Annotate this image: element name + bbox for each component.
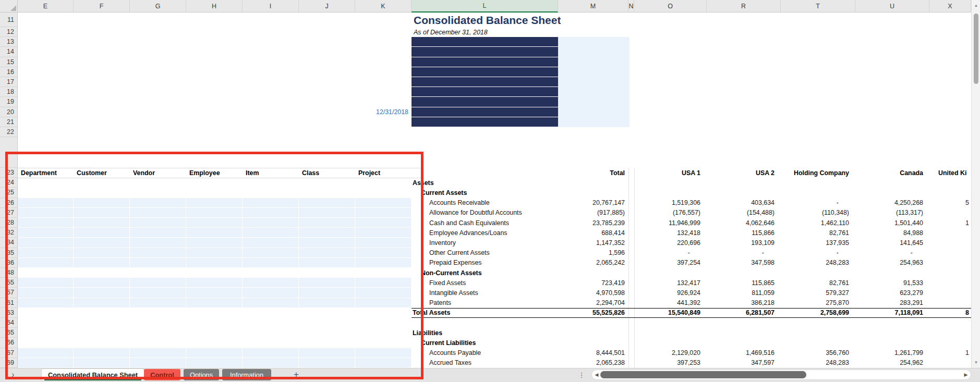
grid-cell[interactable] (186, 278, 242, 287)
row-header-66[interactable]: 66 (0, 338, 17, 348)
report-cell[interactable]: 220,696 (634, 238, 704, 248)
vertical-scrollbar[interactable]: ▲ ▼ (971, 0, 980, 368)
row-header-12[interactable]: 12 (0, 27, 17, 37)
column-header-L[interactable]: L (412, 0, 558, 13)
grid-cell[interactable] (243, 278, 298, 287)
report-cell[interactable]: 132,417 (634, 278, 704, 288)
filter-row-relative-time[interactable] (412, 117, 558, 127)
report-row-label[interactable]: Liabilities (413, 328, 558, 338)
grid-cell[interactable] (130, 198, 186, 207)
select-all-corner[interactable] (0, 0, 18, 13)
left-table-header-department[interactable]: Department (21, 168, 72, 178)
report-cell[interactable]: 1,147,352 (558, 238, 628, 248)
grid-cell[interactable] (355, 348, 411, 358)
grid-cell[interactable] (299, 298, 355, 307)
add-sheet-button[interactable]: + (290, 369, 303, 380)
report-cell[interactable]: - (781, 198, 853, 208)
row-header-48[interactable]: 48 (0, 268, 17, 278)
grid-cell[interactable] (243, 248, 298, 257)
report-cell[interactable]: 115,865 (707, 278, 778, 288)
grid-cell[interactable] (74, 298, 129, 307)
report-cell[interactable]: 1,519,306 (634, 198, 704, 208)
report-cell[interactable]: 579,327 (781, 288, 853, 298)
column-header-G[interactable]: G (130, 0, 186, 13)
column-header-I[interactable]: I (243, 0, 299, 13)
grid-cell[interactable] (299, 218, 355, 227)
report-cell[interactable]: 6,281,507 (707, 308, 778, 318)
scroll-up-icon[interactable]: ▲ (973, 2, 979, 9)
filter-row-project[interactable] (412, 97, 558, 107)
report-cell[interactable]: 193,109 (707, 238, 778, 248)
left-table-header-class[interactable]: Class (302, 168, 354, 178)
report-cell[interactable]: 2,065,238 (558, 358, 628, 368)
grid-cell[interactable] (186, 208, 242, 217)
report-cell[interactable]: 15,540,849 (634, 308, 704, 318)
report-cell[interactable]: (110,348) (781, 208, 853, 218)
report-subtitle-cell[interactable]: As of December 31, 2018 (414, 29, 488, 36)
report-cell[interactable]: (113,317) (855, 208, 927, 218)
column-header-M[interactable]: M (558, 0, 628, 13)
grid-cell[interactable] (74, 358, 129, 367)
left-date-cell[interactable]: 12/31/2018 (355, 107, 410, 117)
report-cell[interactable]: 356,760 (781, 348, 853, 358)
report-cell[interactable]: 688,414 (558, 228, 628, 238)
report-cell[interactable]: 137,935 (781, 238, 853, 248)
grid-cell[interactable] (355, 278, 411, 287)
report-cell[interactable]: 248,283 (781, 258, 853, 268)
grid-cell[interactable] (186, 298, 242, 307)
row-header-18[interactable]: 18 (0, 87, 17, 97)
report-cell[interactable]: 1,596 (558, 248, 628, 258)
sheet-nav-arrow-icon[interactable]: › (7, 369, 19, 380)
grid-cell[interactable] (74, 278, 129, 287)
report-cell[interactable]: 1,462,110 (781, 218, 853, 228)
row-header-36[interactable]: 36 (0, 258, 17, 268)
report-row-label[interactable]: Fixed Assets (429, 278, 558, 288)
vertical-scrollbar-thumb[interactable] (974, 14, 978, 84)
report-cell[interactable]: 23,785,239 (558, 218, 628, 228)
report-cell[interactable]: 1,469,516 (707, 348, 778, 358)
sheet-tab-control[interactable]: Control (144, 369, 180, 380)
row-header-21[interactable]: 21 (0, 117, 17, 127)
report-cell[interactable]: 811,059 (707, 288, 778, 298)
grid-cell[interactable] (74, 248, 129, 257)
grid-cell[interactable] (243, 348, 298, 358)
report-row-label[interactable]: Cash and Cash Equivalents (429, 218, 558, 228)
grid-cell[interactable] (355, 288, 411, 297)
grid-cell[interactable] (243, 228, 298, 237)
left-table-header-project[interactable]: Project (358, 168, 410, 178)
grid-cell[interactable] (74, 258, 129, 267)
report-cell[interactable]: 8,444,501 (558, 348, 628, 358)
grid-cell[interactable] (130, 218, 186, 227)
report-col-header-united-ki[interactable]: United Ki (929, 168, 970, 178)
grid-cell[interactable] (130, 358, 186, 367)
report-cell[interactable]: 254,963 (855, 258, 927, 268)
report-row-label[interactable]: Intangible Assets (429, 288, 558, 298)
row-header-64[interactable]: 64 (0, 318, 17, 328)
grid-cell[interactable] (18, 288, 73, 297)
scroll-left-icon[interactable]: ◀ (594, 372, 600, 378)
grid-cell[interactable] (130, 248, 186, 257)
grid-cell[interactable] (186, 228, 242, 237)
row-header-55[interactable]: 55 (0, 278, 17, 288)
report-row-label[interactable]: Accounts Receivable (429, 198, 558, 208)
grid-cell[interactable] (299, 238, 355, 247)
column-header-K[interactable]: K (355, 0, 412, 13)
grid-cell[interactable] (186, 348, 242, 358)
row-header-25[interactable]: 25 (0, 188, 17, 198)
row-header-16[interactable]: 16 (0, 67, 17, 77)
report-row-label[interactable]: Prepaid Expenses (429, 258, 558, 268)
row-header-69[interactable]: 69 (0, 358, 17, 368)
row-header-13[interactable]: 13 (0, 37, 17, 47)
sheet-tab-consolidated-balance-sheet[interactable]: Consolidated Balance Sheet (42, 369, 144, 380)
report-row-label[interactable]: Accrued Taxes (429, 358, 558, 368)
row-header-28[interactable]: 28 (0, 218, 17, 228)
column-header-J[interactable]: J (299, 0, 355, 13)
left-table-header-vendor[interactable]: Vendor (133, 168, 185, 178)
row-header-65[interactable]: 65 (0, 328, 17, 338)
row-header-11[interactable]: 11 (0, 13, 17, 27)
grid-cell[interactable] (355, 248, 411, 257)
report-cell[interactable]: 5 (929, 198, 970, 208)
grid-cell[interactable] (130, 258, 186, 267)
report-cell[interactable]: 926,924 (634, 288, 704, 298)
report-cell[interactable]: 2,129,020 (634, 348, 704, 358)
